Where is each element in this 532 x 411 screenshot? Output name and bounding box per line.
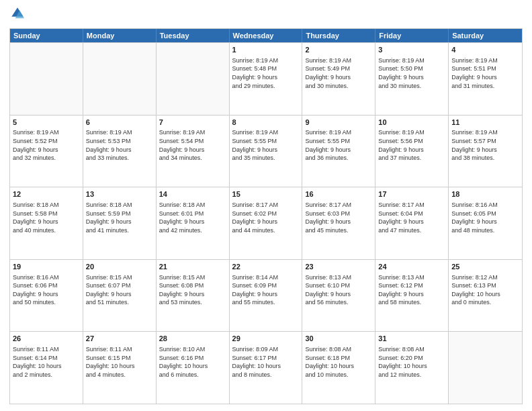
cell-content: Sunrise: 8:13 AM Sunset: 6:12 PM Dayligh… [378,273,445,307]
calendar-cell: 17Sunrise: 8:17 AM Sunset: 6:04 PM Dayli… [375,187,449,259]
cell-content: Sunrise: 8:12 AM Sunset: 6:13 PM Dayligh… [451,273,519,307]
calendar-cell: 3Sunrise: 8:19 AM Sunset: 5:50 PM Daylig… [375,43,449,115]
day-number: 21 [159,262,226,272]
cell-content: Sunrise: 8:19 AM Sunset: 5:50 PM Dayligh… [378,56,445,90]
cell-content: Sunrise: 8:19 AM Sunset: 5:51 PM Dayligh… [451,56,519,90]
calendar-cell: 18Sunrise: 8:16 AM Sunset: 6:05 PM Dayli… [449,187,522,259]
calendar-cell: 4Sunrise: 8:19 AM Sunset: 5:51 PM Daylig… [449,43,522,115]
day-number: 16 [305,189,372,199]
cell-content: Sunrise: 8:15 AM Sunset: 6:08 PM Dayligh… [159,273,226,307]
calendar-week-row: 1Sunrise: 8:19 AM Sunset: 5:48 PM Daylig… [10,42,522,115]
page: SundayMondayTuesdayWednesdayThursdayFrid… [0,0,532,411]
calendar-cell: 26Sunrise: 8:11 AM Sunset: 6:14 PM Dayli… [10,332,83,404]
calendar-cell: 30Sunrise: 8:08 AM Sunset: 6:18 PM Dayli… [302,332,375,404]
day-number: 14 [159,189,226,199]
cell-content: Sunrise: 8:13 AM Sunset: 6:10 PM Dayligh… [305,273,372,307]
cell-content: Sunrise: 8:17 AM Sunset: 6:04 PM Dayligh… [378,201,445,234]
calendar-cell: 27Sunrise: 8:11 AM Sunset: 6:15 PM Dayli… [83,332,157,404]
calendar-header-cell: Wednesday [230,29,303,42]
cell-content: Sunrise: 8:16 AM Sunset: 6:05 PM Dayligh… [451,201,519,234]
cell-content: Sunrise: 8:15 AM Sunset: 6:07 PM Dayligh… [86,273,153,307]
cell-content: Sunrise: 8:17 AM Sunset: 6:03 PM Dayligh… [305,201,372,234]
day-number: 22 [232,262,300,272]
cell-content: Sunrise: 8:19 AM Sunset: 5:49 PM Dayligh… [305,56,372,90]
calendar-cell: 12Sunrise: 8:18 AM Sunset: 5:58 PM Dayli… [10,187,83,259]
day-number: 15 [232,189,300,199]
cell-content: Sunrise: 8:11 AM Sunset: 6:14 PM Dayligh… [13,345,80,379]
day-number: 24 [378,262,445,272]
day-number: 19 [13,262,80,272]
calendar-cell: 29Sunrise: 8:09 AM Sunset: 6:17 PM Dayli… [230,332,303,404]
calendar-cell: 8Sunrise: 8:19 AM Sunset: 5:55 PM Daylig… [230,116,303,187]
logo [9,7,24,23]
calendar-cell: 6Sunrise: 8:19 AM Sunset: 5:53 PM Daylig… [83,116,157,187]
calendar-week-row: 5Sunrise: 8:19 AM Sunset: 5:52 PM Daylig… [10,115,522,187]
day-number: 25 [451,262,519,272]
calendar-body: 1Sunrise: 8:19 AM Sunset: 5:48 PM Daylig… [10,42,522,404]
calendar-header-cell: Tuesday [157,29,230,42]
day-number: 11 [451,118,519,128]
cell-content: Sunrise: 8:08 AM Sunset: 6:18 PM Dayligh… [305,345,372,379]
cell-content: Sunrise: 8:19 AM Sunset: 5:54 PM Dayligh… [159,128,226,162]
day-number: 29 [232,334,300,344]
cell-content: Sunrise: 8:19 AM Sunset: 5:55 PM Dayligh… [305,128,372,162]
calendar-cell: 7Sunrise: 8:19 AM Sunset: 5:54 PM Daylig… [157,116,230,187]
cell-content: Sunrise: 8:10 AM Sunset: 6:16 PM Dayligh… [159,345,226,379]
calendar-cell [10,43,83,115]
day-number: 9 [305,118,372,128]
calendar-week-row: 12Sunrise: 8:18 AM Sunset: 5:58 PM Dayli… [10,187,522,259]
day-number: 7 [159,118,226,128]
calendar-header-row: SundayMondayTuesdayWednesdayThursdayFrid… [10,29,522,42]
cell-content: Sunrise: 8:08 AM Sunset: 6:20 PM Dayligh… [378,345,445,379]
calendar-week-row: 19Sunrise: 8:16 AM Sunset: 6:06 PM Dayli… [10,259,522,332]
calendar-header-cell: Friday [375,29,449,42]
calendar-cell: 16Sunrise: 8:17 AM Sunset: 6:03 PM Dayli… [302,187,375,259]
cell-content: Sunrise: 8:19 AM Sunset: 5:53 PM Dayligh… [86,128,153,162]
calendar-cell: 9Sunrise: 8:19 AM Sunset: 5:55 PM Daylig… [302,116,375,187]
day-number: 23 [305,262,372,272]
calendar-cell [157,43,230,115]
day-number: 2 [305,45,372,55]
day-number: 6 [86,118,153,128]
cell-content: Sunrise: 8:09 AM Sunset: 6:17 PM Dayligh… [232,345,300,379]
calendar-header-cell: Saturday [449,29,522,42]
calendar-header-cell: Thursday [302,29,375,42]
cell-content: Sunrise: 8:11 AM Sunset: 6:15 PM Dayligh… [86,345,153,379]
cell-content: Sunrise: 8:19 AM Sunset: 5:55 PM Dayligh… [232,128,300,162]
calendar-cell: 13Sunrise: 8:18 AM Sunset: 5:59 PM Dayli… [83,187,157,259]
cell-content: Sunrise: 8:17 AM Sunset: 6:02 PM Dayligh… [232,201,300,234]
day-number: 26 [13,334,80,344]
calendar-cell: 22Sunrise: 8:14 AM Sunset: 6:09 PM Dayli… [230,260,303,332]
calendar-cell: 23Sunrise: 8:13 AM Sunset: 6:10 PM Dayli… [302,260,375,332]
day-number: 20 [86,262,153,272]
day-number: 28 [159,334,226,344]
calendar-cell: 11Sunrise: 8:19 AM Sunset: 5:57 PM Dayli… [449,116,522,187]
calendar-cell [83,43,157,115]
cell-content: Sunrise: 8:19 AM Sunset: 5:52 PM Dayligh… [13,128,80,162]
cell-content: Sunrise: 8:19 AM Sunset: 5:57 PM Dayligh… [451,128,519,162]
day-number: 27 [86,334,153,344]
day-number: 5 [13,118,80,128]
day-number: 1 [232,45,300,55]
calendar-cell: 15Sunrise: 8:17 AM Sunset: 6:02 PM Dayli… [230,187,303,259]
day-number: 10 [378,118,445,128]
calendar-cell: 10Sunrise: 8:19 AM Sunset: 5:56 PM Dayli… [375,116,449,187]
logo-icon [11,7,24,20]
calendar-header-cell: Monday [83,29,157,42]
day-number: 8 [232,118,300,128]
day-number: 18 [451,189,519,199]
cell-content: Sunrise: 8:18 AM Sunset: 5:59 PM Dayligh… [86,201,153,234]
calendar-header-cell: Sunday [10,29,83,42]
cell-content: Sunrise: 8:18 AM Sunset: 5:58 PM Dayligh… [13,201,80,234]
calendar: SundayMondayTuesdayWednesdayThursdayFrid… [9,28,523,404]
calendar-cell: 5Sunrise: 8:19 AM Sunset: 5:52 PM Daylig… [10,116,83,187]
calendar-cell [449,332,522,404]
day-number: 4 [451,45,519,55]
day-number: 30 [305,334,372,344]
cell-content: Sunrise: 8:18 AM Sunset: 6:01 PM Dayligh… [159,201,226,234]
calendar-cell: 21Sunrise: 8:15 AM Sunset: 6:08 PM Dayli… [157,260,230,332]
day-number: 31 [378,334,445,344]
calendar-cell: 14Sunrise: 8:18 AM Sunset: 6:01 PM Dayli… [157,187,230,259]
calendar-cell: 1Sunrise: 8:19 AM Sunset: 5:48 PM Daylig… [230,43,303,115]
calendar-cell: 28Sunrise: 8:10 AM Sunset: 6:16 PM Dayli… [157,332,230,404]
